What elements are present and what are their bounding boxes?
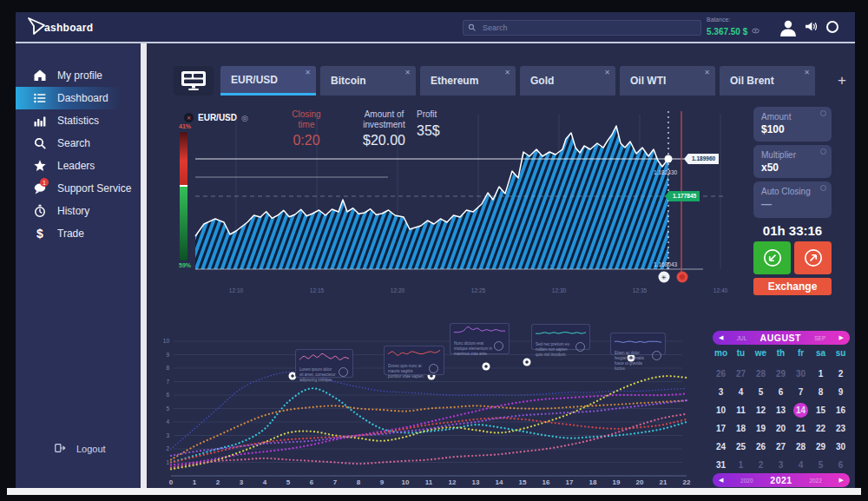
calendar-day[interactable]: 8 [811,383,831,401]
calendar-day[interactable]: 19 [751,419,771,438]
info-icon[interactable] [820,148,826,155]
prev-month-arrow-icon[interactable]: ◀ [719,331,723,345]
month-label: AUGUST [760,333,801,343]
price-chart[interactable]: ✳ 12:1012:1512:2012:2512:3012:3512:40 [170,104,742,300]
svg-text:13: 13 [472,478,480,486]
prev-month-label[interactable]: JUL [737,335,747,341]
sidebar-item-trade[interactable]: $Trade [16,222,141,245]
info-icon[interactable] [820,110,826,116]
calendar-day[interactable]: 18 [731,419,751,438]
calendar-day[interactable]: 27 [731,365,751,383]
calendar-day[interactable]: 14 [791,401,811,419]
tab-oil-wti[interactable]: Oil WTI✕ [620,66,715,96]
close-icon[interactable]: ✕ [804,69,810,76]
calendar-day[interactable]: 29 [771,365,791,383]
close-icon[interactable]: ✕ [404,69,411,76]
close-icon[interactable]: ✕ [305,69,311,76]
power-icon[interactable] [826,21,838,33]
sidebar-item-search[interactable]: Search [16,132,141,155]
tab-label: Gold [530,75,554,87]
calendar-day[interactable]: 15 [811,401,831,419]
tab-bitcoin[interactable]: Bitcoin✕ [320,66,416,96]
next-month-arrow-icon[interactable]: ▶ [839,331,844,345]
calendar-day[interactable]: 25 [731,438,751,456]
logout-button[interactable]: Logout [54,442,106,456]
calendar-day[interactable]: 13 [771,401,791,419]
add-tab-button[interactable]: + [832,71,852,90]
chart-layout-button[interactable] [174,66,214,96]
price-tag: 1.177845 [665,191,700,201]
calendar-day[interactable]: 4 [731,383,751,401]
close-icon[interactable]: ✕ [704,69,710,76]
calendar-day[interactable]: 30 [831,438,851,456]
multiplier-card[interactable]: Multiplier x50 [753,145,832,178]
calendar-day[interactable]: 31 [711,456,731,474]
sidebar-item-support-service[interactable]: 1Support Service [16,177,141,200]
search-input[interactable] [481,21,697,35]
buy-down-button[interactable] [753,241,791,274]
prev-year-label[interactable]: 2020 [740,478,753,484]
calendar-day[interactable]: 1 [731,456,751,474]
calendar-day[interactable]: 26 [751,438,771,456]
svg-text:12:15: 12:15 [310,287,325,293]
calendar-day[interactable]: 26 [711,365,731,383]
calendar-day[interactable]: 6 [771,383,791,401]
exchange-button[interactable]: Exchange [753,278,832,295]
sidebar-item-history[interactable]: History [16,200,141,222]
amount-card[interactable]: Amount $100 [753,107,832,142]
sidebar-item-my-profile[interactable]: My profile [16,64,141,87]
tab-gold[interactable]: Gold✕ [520,66,615,96]
calendar-day[interactable]: 5 [811,456,831,474]
sidebar-item-statistics[interactable]: Statistics [16,109,141,132]
eye-icon[interactable] [752,28,760,34]
calendar-day[interactable]: 4 [791,456,811,474]
calendar-day[interactable]: 28 [751,365,771,383]
calendar-day[interactable]: 7 [791,383,811,401]
tab-label: Ethereum [431,75,478,87]
calendar-day[interactable]: 27 [771,438,791,456]
tab-ethereum[interactable]: Ethereum✕ [420,66,516,96]
info-icon[interactable] [820,185,826,191]
tooltip-text: Lorem ipsum dolor sit amet, consectetur … [299,367,337,383]
calendar-day[interactable]: 3 [711,383,731,401]
calendar-day[interactable]: 23 [831,419,851,438]
calendar-day[interactable]: 17 [711,419,731,438]
calendar-day[interactable]: 21 [791,419,811,438]
buy-up-button[interactable] [794,241,832,274]
calendar-day[interactable]: 2 [751,456,771,474]
calendar-day[interactable]: 10 [711,401,731,419]
sidebar-item-dashboard[interactable]: Dashboard [16,87,141,109]
tab-oil-brent[interactable]: Oil Brent✕ [720,66,815,96]
calendar-day[interactable]: 1 [811,365,831,383]
calendar-day[interactable]: 12 [751,401,771,419]
tab-eur-usd[interactable]: EUR/USD✕ [220,66,316,96]
calendar-day[interactable]: 11 [731,401,751,419]
auto-closing-card[interactable]: Auto Closing — [753,181,832,218]
calendar-day[interactable]: 20 [771,419,791,438]
sidebar-item-leaders[interactable]: Leaders [16,155,141,177]
calendar-day[interactable]: 30 [791,365,811,383]
svg-text:7: 7 [333,478,338,486]
calendar-day[interactable]: 5 [751,383,771,401]
svg-text:0: 0 [169,478,174,486]
calendar-day[interactable]: 22 [811,419,831,438]
close-icon[interactable]: ✕ [504,69,510,76]
calendar-day[interactable]: 28 [791,438,811,456]
svg-text:5: 5 [286,478,291,486]
calendar-day[interactable]: 3 [771,456,791,474]
prev-year-arrow-icon[interactable]: ◀ [719,473,723,487]
app-logo[interactable]: ashboard [26,16,93,36]
tab-label: Oil Brent [730,75,774,87]
calendar-day[interactable]: 2 [831,365,851,383]
calendar-day[interactable]: 29 [811,438,831,456]
next-month-label[interactable]: SEP [814,335,825,341]
calendar-day[interactable]: 24 [711,438,731,456]
close-icon[interactable]: ✕ [604,69,610,76]
next-year-arrow-icon[interactable]: ▶ [839,473,844,487]
next-year-label[interactable]: 2022 [809,478,821,484]
calendar-day[interactable]: 6 [831,456,851,474]
calendar-day[interactable]: 9 [831,383,851,401]
calendar-day[interactable]: 16 [831,401,851,419]
avatar[interactable] [778,17,799,38]
volume-icon[interactable] [805,21,818,32]
